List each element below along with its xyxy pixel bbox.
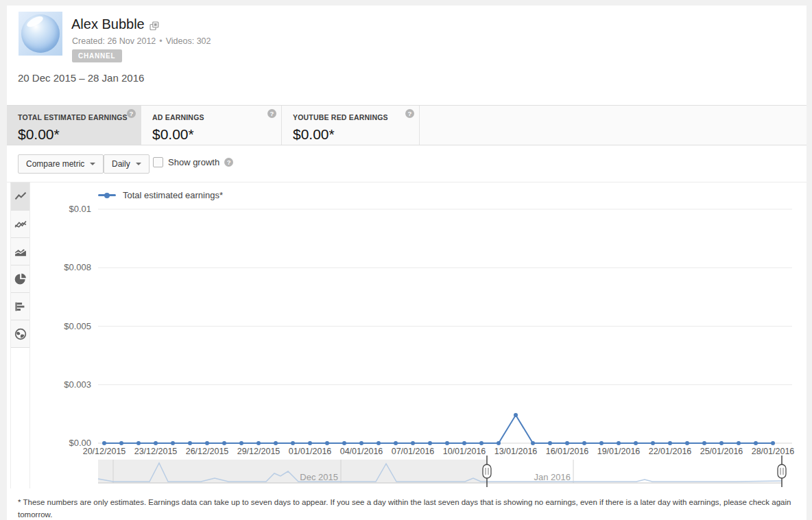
help-icon[interactable]: ? (224, 158, 233, 167)
chart-type-map[interactable] (11, 320, 29, 348)
metric-card-youtube-red-earnings[interactable]: YOUTUBE RED EARNINGS $0.00* ? (282, 106, 420, 145)
controls-row: Compare metric Daily Show growth ? (7, 145, 807, 182)
created-date: Created: 26 Nov 2012 (72, 36, 156, 46)
map-chart-icon (14, 327, 27, 341)
metric-value: $0.00* (152, 126, 281, 143)
stacked-area-chart-icon (14, 245, 27, 259)
metric-label: YOUTUBE RED EARNINGS (293, 113, 419, 121)
channel-meta: Created: 26 Nov 2012•Videos: 302 (72, 36, 211, 46)
svg-text:$0.003: $0.003 (64, 379, 91, 390)
chart-type-pie[interactable] (11, 265, 29, 293)
multi-line-chart-icon (14, 217, 27, 231)
compare-metric-button[interactable]: Compare metric (18, 154, 104, 174)
channel-avatar[interactable] (19, 12, 62, 56)
show-growth-label[interactable]: Show growth (168, 157, 219, 167)
metrics-filler (420, 106, 807, 145)
bubble-image (21, 14, 60, 53)
chart-type-multi-line[interactable] (11, 211, 29, 238)
channel-name[interactable]: Alex Bubble (71, 16, 145, 32)
channel-badge: CHANNEL (72, 49, 122, 62)
help-icon[interactable]: ? (127, 109, 136, 118)
chart-type-stacked-area[interactable] (11, 238, 29, 265)
svg-text:$0.005: $0.005 (64, 321, 91, 331)
videos-count: Videos: 302 (166, 36, 211, 46)
metric-value: $0.00* (293, 126, 419, 143)
chart-type-bar[interactable] (11, 293, 29, 320)
svg-text:$0.01: $0.01 (69, 204, 91, 214)
show-growth-checkbox[interactable] (153, 157, 163, 167)
metric-card-total-estimated-earnings[interactable]: TOTAL ESTIMATED EARNINGS $0.00* ? (7, 106, 141, 145)
metric-label: AD EARNINGS (152, 113, 281, 121)
data-points (102, 413, 775, 445)
analytics-page: Alex Bubble Created: 26 Nov 2012•Videos:… (7, 5, 807, 520)
month-label: Jan 2016 (534, 472, 571, 482)
help-icon[interactable]: ? (267, 109, 276, 118)
legend-label: Total estimated earnings* (123, 190, 223, 200)
interval-select-button[interactable]: Daily (104, 154, 150, 174)
interval-label: Daily (112, 159, 130, 169)
chevron-down-icon (136, 163, 141, 165)
external-link-icon[interactable] (150, 21, 159, 31)
legend-line-marker (98, 194, 116, 196)
metric-card-ad-earnings[interactable]: AD EARNINGS $0.00* ? (141, 106, 282, 145)
timeline-range-selector[interactable]: Dec 2015Jan 2016 (98, 453, 793, 491)
earnings-line (104, 415, 773, 443)
help-icon[interactable]: ? (405, 109, 414, 118)
chart-type-rail (10, 182, 30, 488)
metric-value: $0.00* (18, 126, 141, 143)
bar-chart-icon (14, 300, 27, 314)
unselected-range (98, 460, 487, 483)
show-growth-control: Show growth ? (153, 157, 233, 167)
metrics-row: TOTAL ESTIMATED EARNINGS $0.00* ? AD EAR… (7, 105, 807, 145)
chart-type-line[interactable] (11, 183, 29, 211)
svg-text:$0.008: $0.008 (64, 262, 91, 272)
earnings-line-chart[interactable]: $0.00$0.003$0.005$0.008$0.0120/12/201523… (62, 200, 800, 461)
chart-legend: Total estimated earnings* (98, 190, 223, 200)
metric-label: TOTAL ESTIMATED EARNINGS (18, 113, 141, 121)
pie-chart-icon (14, 272, 27, 286)
y-axis: $0.00$0.003$0.005$0.008$0.01 (64, 204, 792, 448)
month-label: Dec 2015 (300, 472, 338, 482)
range-handle-right[interactable] (778, 456, 786, 487)
earnings-footnote: * These numbers are only estimates. Earn… (18, 497, 796, 520)
meta-separator: • (159, 36, 162, 46)
chart-section: Total estimated earnings* $0.00$0.003$0.… (7, 182, 807, 520)
compare-metric-label: Compare metric (26, 159, 84, 169)
chevron-down-icon (90, 163, 95, 165)
line-chart-icon (14, 190, 27, 204)
date-range[interactable]: 20 Dec 2015 – 28 Jan 2016 (18, 72, 144, 84)
